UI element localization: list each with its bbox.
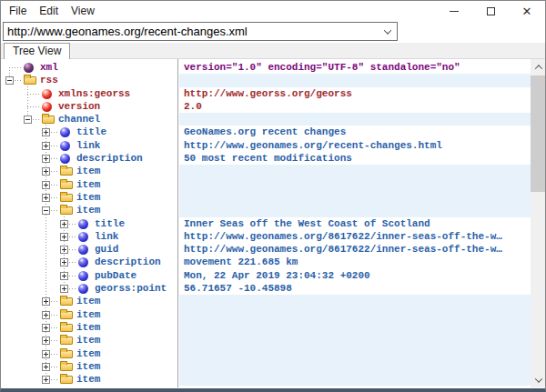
collapse-icon[interactable]: [42, 206, 50, 215]
expand-icon[interactable]: [42, 376, 50, 384]
tree-node-label: xml: [40, 61, 58, 74]
tree-node-label: rss: [40, 74, 58, 86]
scroll-up-button[interactable]: [531, 59, 546, 75]
tree-row[interactable]: channel: [2, 113, 177, 126]
element-icon: [78, 284, 88, 294]
value-row-empty: [179, 204, 531, 216]
tree-row[interactable]: item: [2, 178, 177, 191]
element-icon: [78, 219, 88, 229]
tree-node-label: pubDate: [95, 269, 136, 282]
tree-node-label: title: [76, 126, 106, 138]
tree-row[interactable]: item: [2, 308, 177, 321]
folder-icon: [60, 206, 73, 215]
folder-icon: [60, 167, 73, 176]
maximize-button[interactable]: [472, 1, 509, 21]
tree-row[interactable]: item: [2, 295, 177, 307]
tree-row[interactable]: description: [2, 152, 177, 165]
tree-node-label: item: [76, 321, 100, 334]
menu-view[interactable]: View: [65, 1, 101, 21]
menu-file[interactable]: File: [3, 1, 33, 21]
window-controls: ✕: [436, 1, 545, 21]
value-rows: version="1.0" encoding="UTF-8" standalon…: [179, 59, 531, 386]
expand-icon[interactable]: [60, 272, 68, 280]
tree-row[interactable]: link: [2, 139, 177, 152]
expand-icon[interactable]: [42, 311, 50, 319]
expand-icon[interactable]: [42, 194, 50, 202]
tree-node-label: item: [76, 191, 100, 204]
expand-icon[interactable]: [60, 258, 68, 266]
collapse-icon[interactable]: [5, 76, 14, 85]
tree-connector-stub: [9, 67, 23, 68]
attribute-icon: [42, 89, 52, 99]
expand-icon[interactable]: [60, 246, 68, 254]
tree-node-label: item: [76, 308, 100, 321]
value-row-empty: [179, 308, 531, 321]
tree-row[interactable]: item: [2, 165, 177, 177]
scrollbar-thumb[interactable]: [531, 75, 546, 192]
expand-icon[interactable]: [42, 155, 50, 163]
value-row: movement 221.685 km: [179, 256, 531, 268]
folder-icon: [60, 376, 73, 384]
tree-row[interactable]: item: [2, 334, 177, 347]
folder-icon: [24, 76, 36, 85]
minimize-button[interactable]: [436, 1, 472, 21]
close-button[interactable]: ✕: [509, 1, 545, 21]
tree-row[interactable]: item: [2, 360, 177, 373]
expand-icon[interactable]: [42, 181, 50, 189]
tree-row[interactable]: title: [2, 217, 177, 230]
value-panel: version="1.0" encoding="UTF-8" standalon…: [179, 59, 531, 387]
tree-row[interactable]: item: [2, 347, 177, 360]
vertical-scrollbar[interactable]: [531, 59, 546, 387]
url-combobox: [3, 22, 398, 41]
expand-icon[interactable]: [42, 363, 50, 371]
expand-icon[interactable]: [42, 324, 50, 332]
tree-row[interactable]: item: [2, 373, 177, 386]
expand-icon[interactable]: [42, 167, 50, 176]
tree-row[interactable]: link: [2, 230, 177, 243]
tree-row[interactable]: guid: [2, 243, 177, 256]
expand-icon[interactable]: [60, 220, 68, 228]
xml-tree-panel: xmlrssxmlns:georssversionchanneltitlelin…: [2, 59, 177, 387]
scroll-down-button[interactable]: [531, 372, 546, 387]
value-row-empty: [179, 113, 531, 126]
url-dropdown-button[interactable]: [379, 23, 397, 40]
tree-row[interactable]: rss: [2, 74, 177, 86]
expand-icon[interactable]: [42, 350, 50, 358]
value-row: http://www.georss.org/georss: [179, 87, 531, 100]
url-input[interactable]: [4, 23, 379, 40]
expand-icon[interactable]: [60, 233, 68, 241]
chevron-down-icon: [534, 375, 541, 382]
folder-icon: [60, 337, 73, 345]
expand-icon[interactable]: [60, 285, 68, 293]
folder-icon: [42, 116, 55, 124]
expand-icon[interactable]: [42, 337, 50, 345]
tree-row[interactable]: version: [2, 100, 177, 113]
tab-tree-view[interactable]: Tree View: [4, 43, 70, 59]
value-row-empty: [179, 321, 531, 334]
content-area: xmlrssxmlns:georssversionchanneltitlelin…: [2, 59, 546, 387]
value-row: version="1.0" encoding="UTF-8" standalon…: [179, 61, 531, 74]
tree-row[interactable]: georss:point: [2, 282, 177, 295]
panel-splitter[interactable]: [177, 59, 178, 387]
value-row-empty: [179, 178, 531, 191]
collapse-icon[interactable]: [24, 116, 32, 124]
tree-node-label: channel: [58, 113, 100, 126]
tree-row[interactable]: title: [2, 126, 177, 138]
tree-node-label: item: [76, 204, 100, 216]
menu-edit[interactable]: Edit: [33, 1, 65, 21]
expand-icon[interactable]: [42, 297, 50, 306]
expand-icon[interactable]: [42, 142, 50, 150]
tree-row[interactable]: pubDate: [2, 269, 177, 282]
address-bar-row: [1, 21, 546, 43]
close-icon: ✕: [522, 5, 532, 17]
tree-row[interactable]: item: [2, 204, 177, 216]
tree-row[interactable]: item: [2, 321, 177, 334]
tree-row[interactable]: item: [2, 191, 177, 204]
expand-icon[interactable]: [42, 128, 50, 136]
attribute-icon: [42, 102, 52, 112]
tree-row[interactable]: xmlns:georss: [2, 87, 177, 100]
chevron-up-icon: [534, 65, 541, 72]
tree-row[interactable]: description: [2, 256, 177, 268]
tree-row[interactable]: xml: [2, 61, 177, 74]
tree-node-label: link: [76, 139, 100, 152]
